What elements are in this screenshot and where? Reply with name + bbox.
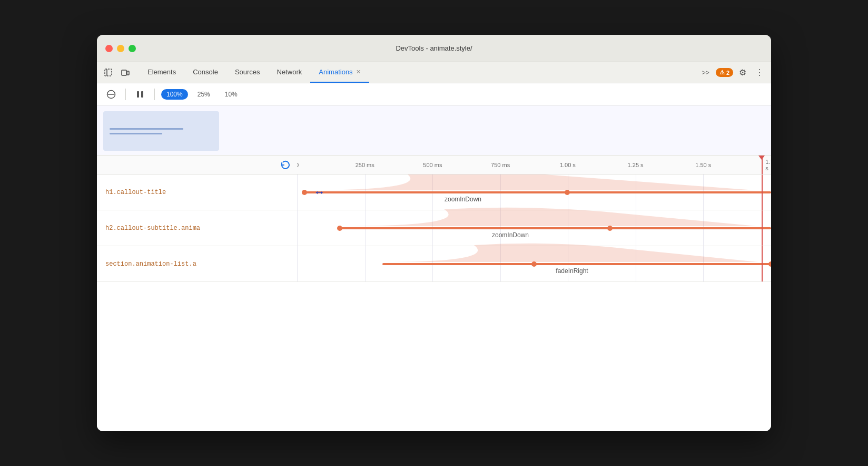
window-title: DevTools - animate.style/	[396, 44, 472, 52]
error-icon: ⚠	[719, 69, 725, 76]
tab-bar: Elements Console Sources Network Animati…	[97, 62, 771, 83]
close-button[interactable]	[105, 45, 113, 52]
time-ruler: 0250 ms500 ms750 ms1.00 s1.25 s1.50 s1.7…	[97, 156, 771, 174]
animation-name-label: zoomInDown	[445, 196, 481, 203]
animation-start-dot	[531, 261, 537, 267]
toolbar-divider-2	[154, 89, 155, 100]
animation-track[interactable]: zoomInDown	[297, 210, 771, 246]
preview-box	[103, 111, 219, 151]
animation-preview	[97, 105, 771, 156]
tab-sources[interactable]: Sources	[226, 62, 269, 83]
error-badge[interactable]: ⚠ 2	[716, 68, 733, 77]
tick-label: 750 ms	[491, 162, 510, 168]
animation-bar[interactable]	[340, 227, 771, 229]
svg-rect-3	[127, 71, 129, 75]
track-time-marker	[762, 210, 763, 246]
tab-animations[interactable]: Animations ✕	[310, 62, 369, 83]
more-tabs-button[interactable]: >>	[698, 69, 714, 76]
titlebar: DevTools - animate.style/	[97, 35, 771, 62]
settings-button[interactable]: ⚙	[735, 65, 750, 80]
tick-label: 0	[297, 162, 299, 168]
animation-track[interactable]: zoomInDown↔	[297, 174, 771, 210]
more-options-button[interactable]: ⋮	[752, 65, 767, 80]
devtools-window: DevTools - animate.style/	[97, 35, 771, 431]
svg-rect-6	[137, 91, 139, 98]
animation-row[interactable]: section.animation-list.afadeInRight	[97, 246, 771, 282]
tab-elements[interactable]: Elements	[139, 62, 184, 83]
animation-curve	[304, 174, 756, 190]
maximize-button[interactable]	[129, 45, 136, 52]
timeline-area: 0250 ms500 ms750 ms1.00 s1.25 s1.50 s1.7…	[97, 156, 771, 431]
toolbar-icons	[101, 62, 133, 83]
tick-label: 1.75 s	[765, 159, 771, 171]
tab-close-animations[interactable]: ✕	[356, 69, 361, 75]
animation-selector-label: section.animation-list.a	[97, 260, 297, 268]
drag-arrow-icon: ↔	[314, 186, 326, 199]
animation-row[interactable]: h1.callout-titlezoomInDown↔	[97, 174, 771, 210]
minimize-button[interactable]	[117, 45, 124, 52]
animation-row[interactable]: h2.callout-subtitle.animazoomInDown	[97, 210, 771, 246]
tabbar-right: >> ⚠ 2 ⚙ ⋮	[698, 62, 767, 83]
preview-line-1	[110, 128, 183, 130]
animation-bar[interactable]	[382, 263, 771, 265]
animation-track[interactable]: fadeInRight	[297, 246, 771, 281]
animation-bar-container: zoomInDown	[304, 191, 772, 193]
animation-end-dot	[768, 261, 771, 267]
animation-selector-label: h1.callout-title	[97, 189, 297, 196]
tick-label: 250 ms	[356, 162, 374, 168]
preview-line-2	[110, 133, 162, 134]
toolbar-divider	[125, 89, 126, 100]
ruler-ticks: 0250 ms500 ms750 ms1.00 s1.25 s1.50 s1.7…	[297, 156, 771, 174]
animation-name-label: zoomInDown	[492, 231, 529, 239]
device-toolbar-icon[interactable]	[118, 65, 133, 80]
animation-bar[interactable]	[304, 191, 772, 193]
svg-rect-7	[141, 91, 143, 98]
tick-label: 1.25 s	[628, 162, 644, 168]
tab-network[interactable]: Network	[269, 62, 311, 83]
window-controls	[105, 45, 136, 52]
replay-button[interactable]	[278, 158, 293, 172]
animation-end-dot	[607, 226, 613, 231]
svg-rect-2	[122, 70, 126, 75]
animation-selector-label: h2.callout-subtitle.anima	[97, 225, 297, 232]
track-time-marker	[762, 174, 763, 210]
animation-bar-container: fadeInRight	[382, 263, 771, 265]
inspector-icon[interactable]	[101, 65, 116, 80]
speed-10-button[interactable]: 10%	[220, 89, 243, 100]
animation-name-label: fadeInRight	[556, 267, 588, 275]
track-time-marker	[762, 246, 763, 281]
animations-toolbar: 100% 25% 10%	[97, 83, 771, 105]
clear-animations-button[interactable]	[103, 86, 119, 102]
speed-25-button[interactable]: 25%	[192, 89, 215, 100]
animation-start-dot	[302, 190, 307, 195]
tab-console[interactable]: Console	[184, 62, 226, 83]
ruler-left	[97, 158, 297, 172]
speed-100-button[interactable]: 100%	[161, 89, 188, 100]
current-time-marker	[762, 156, 763, 174]
svg-rect-0	[105, 69, 112, 76]
animation-start-dot	[337, 226, 342, 231]
animation-bar-container: zoomInDown	[340, 227, 771, 229]
pause-animations-button[interactable]	[132, 86, 148, 102]
devtools-panel: Elements Console Sources Network Animati…	[97, 62, 771, 431]
animation-end-dot	[565, 190, 570, 195]
tick-label: 1.00 s	[560, 162, 576, 168]
tick-label: 500 ms	[423, 162, 442, 168]
tick-label: 1.50 s	[695, 162, 711, 168]
animation-rows[interactable]: h1.callout-titlezoomInDown↔h2.callout-su…	[97, 174, 771, 431]
